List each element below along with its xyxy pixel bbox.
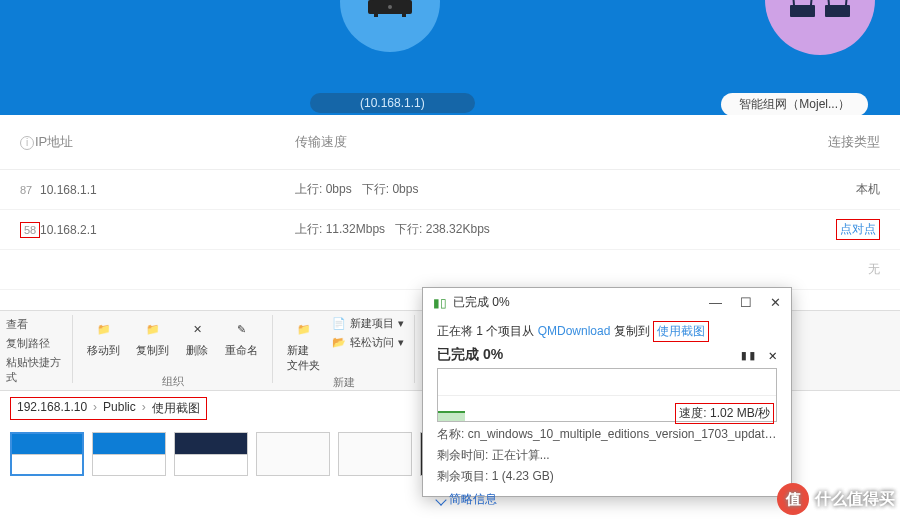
copy-icon: 📁 [141, 317, 165, 341]
svg-line-11 [846, 0, 848, 5]
folder-icon: 📁 [292, 317, 316, 341]
delete-icon: ✕ [185, 317, 209, 341]
cell-conn: 本机 [810, 181, 880, 198]
chevron-right-icon: › [93, 400, 97, 417]
new-item-icon: 📄 [332, 317, 346, 330]
header-conn: 连接类型 [810, 133, 880, 151]
chevron-down-icon [435, 494, 446, 505]
thumbnail[interactable] [256, 432, 330, 476]
header-speed: 传输速度 [295, 133, 810, 151]
ip-bubble: (10.168.1.1) [310, 93, 475, 113]
watermark-text: 什么值得买 [815, 489, 895, 510]
thumbnail[interactable] [10, 432, 84, 476]
connection-table: i IP地址 传输速度 连接类型 87 10.168.1.1 上行: 0bps … [0, 115, 900, 290]
chevron-right-icon: › [142, 400, 146, 417]
paste-shortcut-label[interactable]: 粘贴快捷方式 [6, 355, 64, 385]
copy-progress-dialog: ▮▯ 已完成 0% — ☐ ✕ 正在将 1 个项目从 QMDownload 复制… [422, 287, 792, 497]
new-folder-button[interactable]: 📁新建 文件夹 [281, 315, 326, 375]
info-icon[interactable]: i [20, 136, 34, 150]
copy-to-button[interactable]: 📁复制到 [130, 315, 175, 360]
watermark-icon: 值 [777, 483, 809, 515]
row-num: 58 [20, 222, 40, 238]
dialog-title: 已完成 0% [453, 294, 510, 311]
easy-access-button[interactable]: 📂轻松访问 ▾ [330, 334, 406, 351]
details-toggle[interactable]: 简略信息 [437, 491, 777, 508]
thumbnail[interactable] [92, 432, 166, 476]
new-item-button[interactable]: 📄新建项目 ▾ [330, 315, 406, 332]
progress-title: 已完成 0% [437, 346, 503, 364]
router-device-icon [340, 0, 440, 52]
svg-rect-9 [825, 5, 850, 17]
source-link[interactable]: QMDownload [538, 324, 611, 338]
speed-graph: 速度: 1.02 MB/秒 [437, 368, 777, 422]
dest-link[interactable]: 使用截图 [653, 321, 709, 342]
progress-icon: ▮▯ [433, 296, 447, 310]
rename-button[interactable]: ✎重命名 [219, 315, 264, 360]
svg-point-3 [388, 5, 392, 9]
svg-rect-6 [790, 5, 815, 17]
copy-path-label[interactable]: 复制路径 [6, 336, 64, 351]
table-row[interactable]: 58 10.168.2.1 上行: 11.32Mbps 下行: 238.32Kb… [0, 210, 900, 250]
file-name-row: 名称: cn_windows_10_multiple_editions_vers… [437, 426, 777, 443]
move-to-button[interactable]: 📁移动到 [81, 315, 126, 360]
header-ip: IP地址 [35, 133, 295, 151]
maximize-button[interactable]: ☐ [740, 295, 752, 310]
close-button[interactable]: ✕ [770, 295, 781, 310]
items-remaining-row: 剩余项目: 1 (4.23 GB) [437, 468, 777, 485]
cell-ip: 10.168.2.1 [40, 223, 295, 237]
table-row[interactable]: 无 [0, 250, 900, 290]
svg-line-8 [811, 0, 813, 5]
table-header: i IP地址 传输速度 连接类型 [0, 115, 900, 170]
copy-source-line: 正在将 1 个项目从 QMDownload 复制到 使用截图 [437, 321, 777, 342]
group-new: 📁新建 文件夹 📄新建项目 ▾ 📂轻松访问 ▾ 新建 [275, 313, 412, 391]
thumbnail[interactable] [174, 432, 248, 476]
easy-access-icon: 📂 [332, 336, 346, 349]
svg-rect-4 [374, 14, 378, 17]
minimize-button[interactable]: — [709, 295, 722, 310]
rename-icon: ✎ [230, 317, 254, 341]
remote-device-icon [765, 0, 875, 55]
view-label[interactable]: 查看 [6, 317, 64, 332]
crumb[interactable]: 使用截图 [152, 400, 200, 417]
delete-button[interactable]: ✕删除 [179, 315, 215, 360]
thumbnail[interactable] [338, 432, 412, 476]
svg-line-10 [827, 0, 829, 5]
cell-speed: 上行: 11.32Mbps 下行: 238.32Kbps [295, 221, 810, 238]
cancel-button[interactable]: ✕ [769, 347, 777, 363]
svg-line-7 [792, 0, 794, 5]
cell-speed: 上行: 0bps 下行: 0bps [295, 181, 810, 198]
pause-button[interactable]: ▮▮ [740, 347, 757, 363]
watermark: 值 什么值得买 [777, 483, 895, 515]
network-bubble[interactable]: 智能组网（Mojel...） [721, 93, 868, 115]
network-banner: (10.168.1.1) 智能组网（Mojel...） [0, 0, 900, 115]
cell-ip: 10.168.1.1 [40, 183, 295, 197]
row-num: 87 [20, 184, 40, 196]
svg-rect-5 [402, 14, 406, 17]
group-organize: 📁移动到 📁复制到 ✕删除 ✎重命名 组织 [75, 313, 270, 391]
cell-conn: 点对点 [810, 219, 880, 240]
table-row[interactable]: 87 10.168.1.1 上行: 0bps 下行: 0bps 本机 [0, 170, 900, 210]
move-icon: 📁 [92, 317, 116, 341]
time-remaining-row: 剩余时间: 正在计算... [437, 447, 777, 464]
crumb[interactable]: Public [103, 400, 136, 417]
cell-conn: 无 [810, 261, 880, 278]
crumb[interactable]: 192.168.1.10 [17, 400, 87, 417]
